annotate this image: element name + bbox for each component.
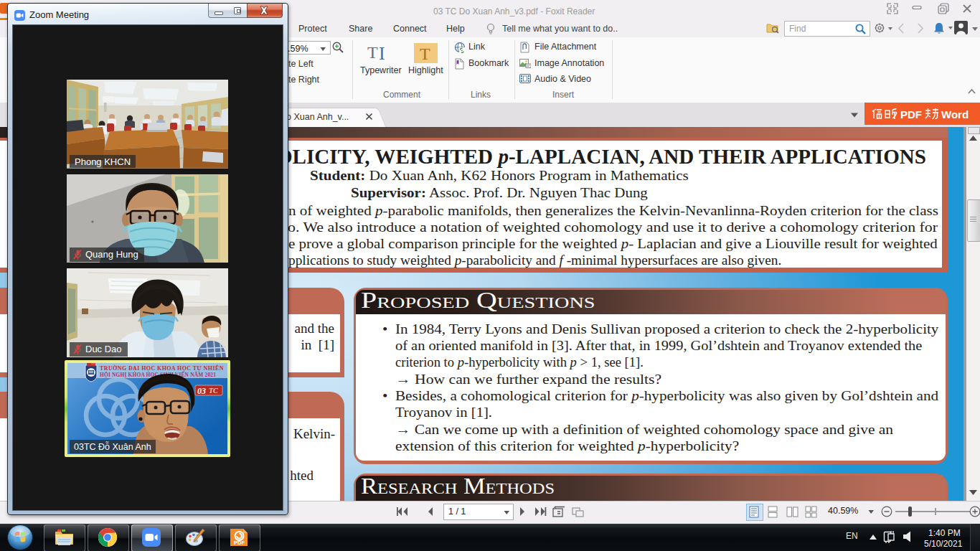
svg-text:T: T [420, 44, 430, 63]
svg-text:T: T [367, 43, 378, 62]
svg-text:PDF: PDF [234, 540, 245, 546]
svg-text:Word: Word [941, 108, 969, 121]
svg-text:TRUỜNG ĐẠI HỌC KHOA HỌC TỰ NHI: TRUỜNG ĐẠI HỌC KHOA HỌC TỰ NHIÊN [100, 364, 224, 371]
svg-text:PDF: PDF [900, 108, 922, 121]
svg-text:03: 03 [197, 385, 206, 395]
svg-text:I: I [379, 43, 385, 62]
svg-text:TC: TC [209, 387, 218, 395]
